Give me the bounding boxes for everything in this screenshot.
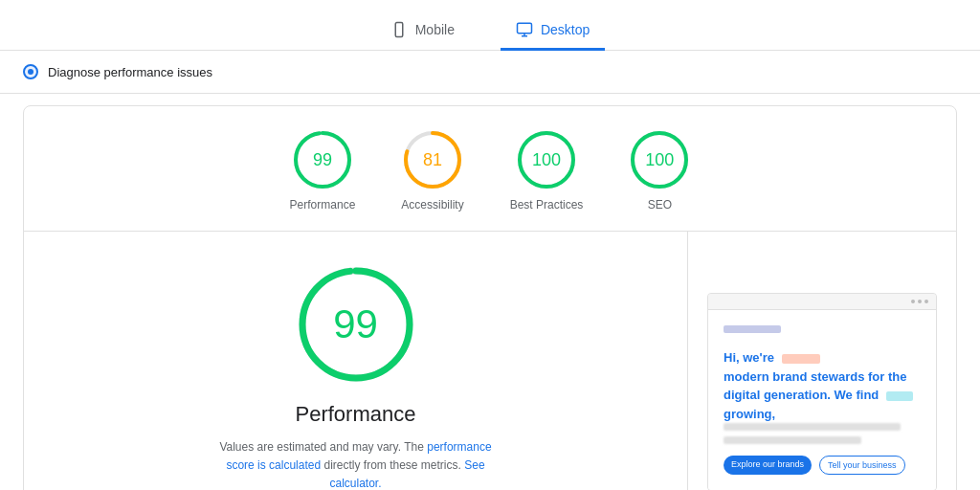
tab-bar: Mobile Desktop	[0, 0, 980, 51]
score-best-practices: 100 Best Practices	[510, 129, 584, 212]
main-card: 99 Performance 81 Accessibility	[23, 105, 957, 490]
content-area: 99 Performance Values are estimated and …	[24, 232, 956, 490]
preview-screenshot: Hi, we're modern brand stewards for the …	[707, 293, 937, 490]
preview-subheading2: digital generation. We find	[724, 388, 879, 402]
score-performance: 99 Performance	[290, 129, 356, 212]
right-panel: Hi, we're modern brand stewards for the …	[688, 232, 956, 490]
tab-mobile[interactable]: Mobile	[375, 11, 470, 51]
score-seo: 100 SEO	[629, 129, 690, 212]
tab-desktop-label: Desktop	[541, 22, 590, 37]
score-label-seo: SEO	[648, 198, 672, 212]
score-label-performance: Performance	[290, 198, 356, 212]
desc-mid: directly from these metrics.	[323, 458, 460, 472]
diagnose-icon	[23, 64, 38, 79]
diagnose-text: Diagnose performance issues	[48, 65, 212, 79]
preview-icon-word	[886, 391, 913, 401]
dot-3	[924, 300, 928, 303]
mobile-icon	[390, 21, 408, 38]
score-value-seo: 100	[645, 150, 674, 170]
desktop-icon	[516, 21, 533, 38]
perf-title: Performance	[296, 402, 416, 427]
preview-subheading3: growing,	[724, 407, 775, 421]
preview-btn-1: Explore our brands	[724, 456, 812, 475]
svg-rect-0	[395, 23, 403, 37]
score-value-performance: 99	[313, 150, 332, 170]
score-label-accessibility: Accessibility	[401, 198, 463, 212]
desc-prefix: Values are estimated and may vary. The	[219, 440, 423, 454]
score-circle-accessibility: 81	[402, 129, 463, 190]
left-panel: 99 Performance Values are estimated and …	[24, 232, 688, 490]
preview-content: Hi, we're modern brand stewards for the …	[708, 310, 936, 490]
preview-topbar	[708, 294, 936, 310]
score-circle-performance: 99	[292, 129, 353, 190]
score-label-best-practices: Best Practices	[510, 198, 584, 212]
tab-desktop[interactable]: Desktop	[501, 11, 605, 51]
score-circle-seo: 100	[629, 129, 690, 190]
description-text: Values are estimated and may vary. The p…	[212, 438, 500, 490]
preview-heading: Hi, we're modern brand stewards for the …	[724, 348, 921, 423]
preview-menu-dots	[911, 300, 928, 303]
preview-blur-2	[724, 436, 861, 444]
score-accessibility: 81 Accessibility	[401, 129, 463, 212]
preview-heading-text: Hi, we're	[724, 350, 774, 365]
diagnose-bar: Diagnose performance issues	[0, 51, 980, 94]
preview-blur-1	[724, 423, 901, 431]
scores-row: 99 Performance 81 Accessibility	[24, 106, 956, 232]
tab-mobile-label: Mobile	[415, 22, 455, 37]
preview-logo	[724, 325, 781, 333]
dot-1	[911, 300, 915, 303]
dot-2	[918, 300, 922, 303]
preview-buttons: Explore our brands Tell your business	[724, 456, 921, 475]
score-value-best-practices: 100	[532, 150, 561, 170]
score-value-accessibility: 81	[423, 150, 442, 170]
svg-rect-2	[517, 23, 531, 33]
big-score-value: 99	[333, 301, 378, 347]
preview-btn-2: Tell your business	[819, 456, 905, 475]
big-score-circle: 99	[294, 262, 418, 387]
preview-blurred-word	[782, 354, 820, 364]
preview-subheading: modern brand stewards for the	[724, 369, 906, 384]
score-circle-best-practices: 100	[516, 129, 577, 190]
